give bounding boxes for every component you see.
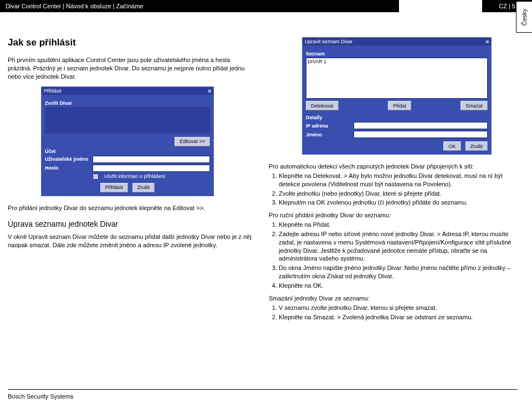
footer-text: Bosch Security Systems <box>8 393 74 400</box>
list-item: Klepněte na Detekovat. > Aby bylo možno … <box>279 172 518 188</box>
delete-list: V seznamu zvolte jednotku Divar, kterou … <box>269 304 518 322</box>
list-item[interactable]: DIVAR 1 <box>308 59 326 64</box>
edit-window-title: Upravit seznam Divar <box>305 39 352 44</box>
footer-divider <box>8 389 518 390</box>
ip-input[interactable] <box>354 122 488 129</box>
cancel-button[interactable]: Zrušit <box>132 183 155 192</box>
list-item-text: Klepněte na Detekovat. <box>279 172 342 179</box>
delete-heading: Smazání jednotky Divar ze seznamu: <box>269 294 518 303</box>
list-item: Do okna Jméno napište jméno jednotky Div… <box>279 264 518 280</box>
after-login-text: Pro přidání jednotky Divar do seznamu je… <box>8 204 254 212</box>
list-group-label: Seznam <box>306 51 488 57</box>
login-window-titlebar: Přihlásit ⊠ <box>42 87 213 95</box>
list-item: Zvolte jednotku (nebo jednotky) Divar, k… <box>279 190 518 198</box>
page-title: Jak se přihlásit <box>8 37 254 48</box>
details-group-label: Detaily <box>306 115 488 120</box>
divar-select-area[interactable] <box>45 107 210 134</box>
divar-listbox[interactable]: DIVAR 1 <box>306 58 488 99</box>
manual-add-list: Klepněte na Přidat. Zadejte adresu IP ne… <box>269 221 518 290</box>
list-item-text: Zadejte adresu IP nebo síťové jméno nové… <box>279 231 436 237</box>
password-label: Heslo <box>45 165 89 171</box>
language-tab: Česky <box>516 1 532 33</box>
remember-label: Uložit informaci o přihlášení <box>104 174 166 179</box>
breadcrumb: Divar Control Center | Návod k obsluze |… <box>0 3 143 9</box>
auto-detect-list: Klepněte na Detekovat. > Aby bylo možno … <box>269 172 518 207</box>
delete-button[interactable]: Smazat <box>461 101 488 110</box>
header-bar: Divar Control Center | Návod k obsluze |… <box>0 0 532 12</box>
ok-button[interactable]: OK <box>443 141 461 151</box>
login-button[interactable]: Přihlásit <box>100 183 128 192</box>
list-item: V seznamu zvolte jednotku Divar, kterou … <box>279 304 518 312</box>
edit-list-window: Upravit seznam Divar ⊠ Seznam DIVAR 1 De… <box>302 37 492 155</box>
list-item: Klepnutím na OK zvolenou jednotku (či je… <box>279 198 518 207</box>
list-item: Zadejte adresu IP nebo síťové jméno nové… <box>279 230 518 263</box>
login-window: Přihlásit ⊠ Zvolit Divar Editovat >> Úče… <box>41 86 214 196</box>
list-item: Klepněte na Smazat. > Zvolená jednotka D… <box>279 313 518 322</box>
sub-note: > Zvolená jednotka Divar se odstraní ze … <box>337 314 473 320</box>
close-icon[interactable]: ⊠ <box>208 88 211 94</box>
manual-add-heading: Pro ruční přidání jednotky Divar do sezn… <box>269 211 518 220</box>
choose-divar-label: Zvolit Divar <box>45 100 210 106</box>
edit-list-subtitle: Úprava seznamu jednotek Divar <box>8 220 254 228</box>
list-item-text: Klepněte na Smazat. <box>279 314 335 320</box>
username-label: Uživatelské jméno <box>45 156 89 162</box>
username-input[interactable] <box>93 156 210 163</box>
edit-button[interactable]: Editovat >> <box>175 137 210 146</box>
name-input[interactable] <box>354 131 488 138</box>
password-input[interactable] <box>93 165 210 172</box>
remember-checkbox[interactable] <box>93 174 99 180</box>
edit-list-para: V okně Upravit seznam Divar můžete do se… <box>8 233 254 249</box>
cancel-button[interactable]: Zrušit <box>466 141 488 151</box>
account-group-label: Účet <box>45 149 210 154</box>
detect-button[interactable]: Detekovat <box>306 101 339 110</box>
list-item: Klepněte na Přidat. <box>279 221 518 229</box>
login-window-title: Přihlásit <box>44 88 62 94</box>
auto-detect-heading: Pro automatickou detekci všech zapnutých… <box>269 162 518 171</box>
close-icon[interactable]: ⊠ <box>486 39 489 44</box>
name-label: Jméno <box>306 132 350 137</box>
add-button[interactable]: Přidat <box>388 101 411 110</box>
list-item: Klepněte na OK. <box>279 282 518 290</box>
header-gap <box>399 0 482 12</box>
language-tab-label: Česky <box>521 8 528 25</box>
edit-window-titlebar: Upravit seznam Divar ⊠ <box>303 38 491 45</box>
ip-label: IP adresa <box>306 123 350 129</box>
intro-text: Při prvním spuštění aplikace Control Cen… <box>8 56 254 81</box>
